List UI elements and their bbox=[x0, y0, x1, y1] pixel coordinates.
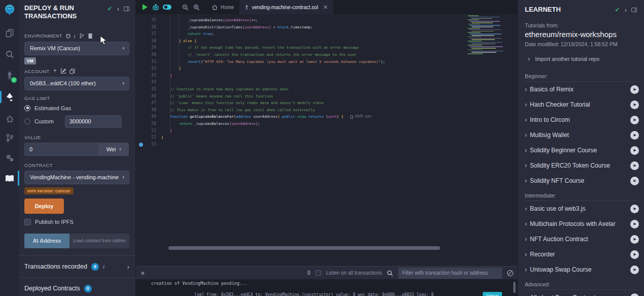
code-line-45[interactable]: 45// Function to check how many cupcakes… bbox=[136, 86, 517, 93]
chevron-right-icon[interactable]: › bbox=[127, 264, 129, 270]
code-line-47[interactable]: 47// 'view' means this function only rea… bbox=[136, 100, 517, 107]
line-number[interactable]: 43 bbox=[151, 72, 156, 79]
line-number[interactable]: 50 bbox=[151, 120, 156, 127]
tutorial-item[interactable]: ›All about Proxy Contracts▶ bbox=[525, 290, 639, 296]
play-tutorial-button[interactable]: ▶ bbox=[630, 266, 639, 274]
close-tab-icon[interactable]: ✕ bbox=[323, 4, 328, 11]
code-line-41[interactable]: 41revert("HTTP 429: Too Many Cupcakes (y… bbox=[136, 58, 517, 65]
source-control-icon[interactable] bbox=[0, 129, 19, 146]
tutorial-item[interactable]: ›Intro to Circom▶ bbox=[525, 112, 639, 127]
line-number[interactable]: 51 bbox=[151, 127, 156, 135]
edit-icon[interactable] bbox=[60, 69, 66, 74]
info-icon[interactable]: i bbox=[103, 264, 104, 270]
play-tutorial-button[interactable]: ▶ bbox=[630, 101, 639, 109]
plug-icon[interactable] bbox=[66, 33, 70, 39]
tutorial-item[interactable]: ›Recorder▶ bbox=[525, 247, 639, 262]
transactions-recorded-row[interactable]: Transactions recorded 0 i › bbox=[19, 256, 135, 277]
code-line-50[interactable]: 50return _cupcakeBalances[userAddress]; bbox=[136, 120, 517, 127]
info-icon[interactable]: i bbox=[74, 33, 76, 39]
run-script-icon[interactable] bbox=[139, 2, 150, 13]
code-line-35[interactable]: 35_cupcakeBalances[userAddress]++; bbox=[136, 17, 517, 24]
editor-minimap[interactable] bbox=[468, 15, 512, 56]
line-number[interactable]: 45 bbox=[151, 86, 156, 93]
code-line-46[interactable]: 46// 'public' means anyone can call this… bbox=[136, 93, 517, 100]
copilot-toggle-icon[interactable] bbox=[161, 2, 172, 13]
zoom-in-icon[interactable] bbox=[191, 2, 202, 13]
code-line-42[interactable]: 42} bbox=[136, 65, 517, 72]
tab-home[interactable]: Home bbox=[207, 0, 239, 14]
settings-icon[interactable] bbox=[0, 149, 19, 167]
tab-vending-machine-contract[interactable]: vending-machine-contract.sol ✕ bbox=[239, 0, 333, 14]
code-line-39[interactable]: 39// If not enough time has passed, reve… bbox=[136, 44, 517, 51]
solidity-compiler-icon[interactable]: ✓ bbox=[0, 67, 19, 84]
line-number[interactable]: 41 bbox=[151, 58, 156, 65]
play-tutorial-button[interactable]: ▶ bbox=[630, 235, 639, 244]
tutorial-item[interactable]: ›Solidity Beginner Course▶ bbox=[525, 143, 639, 158]
debugger-icon[interactable] bbox=[0, 110, 19, 127]
trash-icon[interactable] bbox=[88, 33, 93, 39]
tutorial-item[interactable]: ›Basic use of web3.js▶ bbox=[525, 201, 639, 216]
listen-transactions-checkbox[interactable] bbox=[315, 270, 321, 276]
tutorial-item[interactable]: ›Uniswap Swap Course▶ bbox=[525, 262, 639, 277]
line-number[interactable]: 46 bbox=[151, 93, 156, 100]
search-icon[interactable] bbox=[0, 46, 19, 63]
line-number[interactable]: 47 bbox=[151, 100, 156, 107]
at-address-input[interactable] bbox=[69, 234, 129, 248]
custom-gas-input[interactable] bbox=[65, 115, 122, 128]
debug-button[interactable]: Debug bbox=[483, 292, 502, 296]
add-account-icon[interactable]: + bbox=[53, 69, 57, 74]
ai-assistant-icon[interactable] bbox=[150, 2, 161, 13]
horizontal-scrollbar[interactable] bbox=[168, 246, 440, 250]
line-number[interactable]: 44 bbox=[151, 79, 156, 86]
line-number[interactable]: 49 bbox=[151, 113, 156, 120]
value-unit-select[interactable]: Wei ▲▼ bbox=[99, 143, 129, 156]
line-number[interactable]: 37 bbox=[151, 30, 156, 38]
code-line-38[interactable]: 38} else { bbox=[136, 38, 517, 45]
play-tutorial-button[interactable]: ▶ bbox=[630, 146, 639, 155]
code-line-37[interactable]: 37return true; bbox=[136, 30, 517, 38]
line-number[interactable]: 40 bbox=[151, 51, 156, 58]
line-number[interactable]: 38 bbox=[151, 38, 156, 45]
code-line-36[interactable]: 36_cupcakeDistributionTimes[userAddress]… bbox=[136, 24, 517, 31]
tutorial-item[interactable]: ›NFT Auction Contract▶ bbox=[525, 232, 639, 247]
deployed-contracts-row[interactable]: Deployed Contracts 0 bbox=[19, 278, 135, 296]
file-explorer-icon[interactable] bbox=[0, 24, 19, 42]
play-tutorial-button[interactable]: ▶ bbox=[630, 116, 639, 124]
custom-gas-radio[interactable] bbox=[24, 118, 30, 124]
play-tutorial-button[interactable]: ▶ bbox=[630, 85, 639, 94]
fork-icon[interactable] bbox=[79, 33, 84, 39]
line-number[interactable]: 36 bbox=[151, 24, 156, 31]
code-line-43[interactable]: 43} bbox=[136, 72, 517, 79]
terminal-collapse-icon[interactable]: « bbox=[139, 270, 147, 276]
play-tutorial-button[interactable]: ▶ bbox=[630, 250, 639, 259]
tutorial-item[interactable]: ›Basics of Remix▶ bbox=[525, 82, 639, 97]
publish-ipfs-checkbox[interactable] bbox=[24, 219, 31, 225]
clear-terminal-icon[interactable] bbox=[507, 270, 513, 276]
line-number[interactable]: 35 bbox=[151, 17, 156, 24]
code-line-53[interactable]: 53 bbox=[136, 141, 517, 148]
code-line-49[interactable]: 49function getCupcakeBalanceFor(address … bbox=[136, 113, 517, 120]
account-select[interactable]: 0x5B3...eddC4 (100 ether) ▲▼ bbox=[24, 77, 129, 90]
panel-expand-icon[interactable]: › bbox=[625, 7, 627, 13]
code-line-52[interactable]: 52} bbox=[136, 134, 517, 141]
play-tutorial-button[interactable]: ▶ bbox=[630, 293, 639, 296]
deploy-button[interactable]: Deploy bbox=[24, 199, 64, 214]
code-line-48[interactable]: 48// This makes it free to call (no gas … bbox=[136, 107, 517, 114]
at-address-button[interactable]: At Address bbox=[24, 234, 69, 248]
code-line-44[interactable]: 44 bbox=[136, 79, 517, 86]
learneth-plugin-icon[interactable] bbox=[0, 170, 19, 187]
play-tutorial-button[interactable]: ▶ bbox=[630, 205, 639, 213]
deploy-and-run-icon[interactable] bbox=[0, 88, 19, 106]
transaction-summary-line[interactable]: [vm] from: 0x5B3...eddC4 to: VendingMach… bbox=[194, 292, 434, 296]
pin-panel-icon[interactable] bbox=[124, 7, 129, 11]
code-line-51[interactable]: 51} bbox=[136, 127, 517, 135]
terminal-scrollbar[interactable] bbox=[513, 282, 516, 293]
line-number[interactable]: 48 bbox=[151, 107, 156, 114]
line-number[interactable]: 53 bbox=[151, 141, 156, 148]
line-number[interactable]: 39 bbox=[151, 44, 156, 51]
copy-icon[interactable] bbox=[69, 69, 75, 74]
tutorial-item[interactable]: ›Solidity ERC20 Token Course▶ bbox=[525, 158, 639, 173]
value-input[interactable] bbox=[24, 143, 99, 156]
line-number[interactable]: 52 bbox=[151, 134, 156, 141]
tutorial-item[interactable]: ›Multichain Protocols with Axelar▶ bbox=[525, 216, 639, 232]
